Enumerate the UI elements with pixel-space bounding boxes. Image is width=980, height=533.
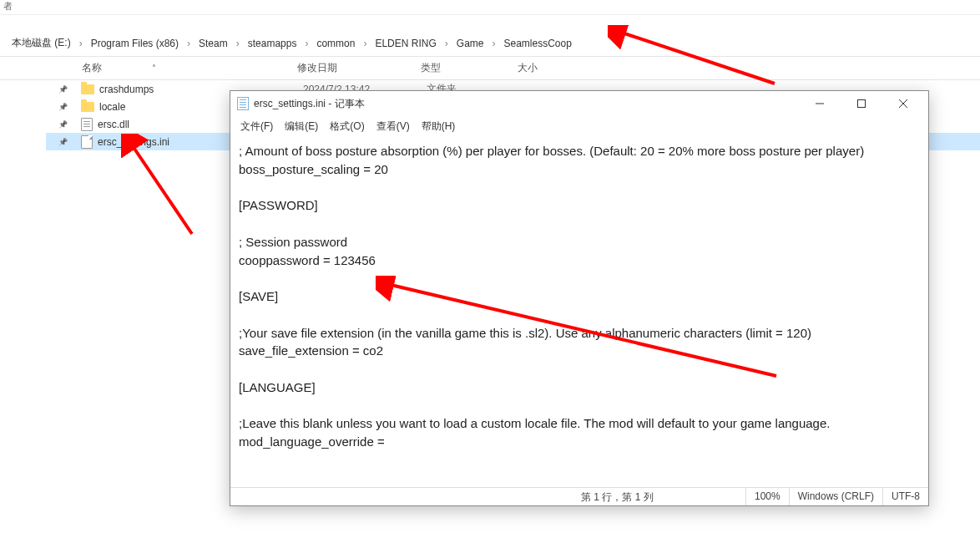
header-name[interactable]: 名称˄ xyxy=(75,58,290,79)
pin-icon[interactable]: 📌 xyxy=(46,138,79,146)
header-size[interactable]: 大小 xyxy=(511,58,611,79)
breadcrumb-segment[interactable]: common xyxy=(313,36,358,51)
breadcrumb-segment[interactable]: SeamlessCoop xyxy=(500,36,574,51)
breadcrumb-segment[interactable]: ELDEN RING xyxy=(371,36,439,51)
breadcrumb-segment[interactable]: 本地磁盘 (E:) xyxy=(8,34,74,52)
close-button[interactable] xyxy=(885,92,922,115)
notepad-textarea[interactable]: ; Amount of boss posture absorption (%) … xyxy=(230,137,928,487)
status-encoding: UTF-8 xyxy=(882,488,928,505)
file-name-text: ersc_settings.ini xyxy=(98,136,169,148)
file-name-text: locale xyxy=(99,101,125,113)
dll-icon xyxy=(81,118,93,131)
pin-icon[interactable]: 📌 xyxy=(46,120,79,129)
notepad-statusbar: 第 1 行，第 1 列 100% Windows (CRLF) UTF-8 xyxy=(230,487,928,505)
chevron-right-icon: › xyxy=(360,38,370,49)
breadcrumb-segment[interactable]: Program Files (x86) xyxy=(88,36,182,51)
status-zoom: 100% xyxy=(745,488,789,505)
notepad-icon xyxy=(237,97,249,110)
header-date[interactable]: 修改日期 xyxy=(290,58,414,79)
chevron-right-icon: › xyxy=(488,38,498,49)
file-name-text: crashdumps xyxy=(99,84,154,95)
svg-rect-1 xyxy=(858,100,866,108)
status-eol: Windows (CRLF) xyxy=(789,488,882,505)
chevron-right-icon: › xyxy=(233,38,243,49)
status-position: 第 1 行，第 1 列 xyxy=(230,488,745,505)
notepad-menubar: 文件(F)编辑(E)格式(O)查看(V)帮助(H) xyxy=(230,116,928,137)
menu-item[interactable]: 格式(O) xyxy=(325,118,369,135)
breadcrumb-segment[interactable]: steamapps xyxy=(245,36,301,51)
pin-icon[interactable]: 📌 xyxy=(46,85,79,94)
chevron-right-icon: › xyxy=(442,38,452,49)
file-name-text: ersc.dll xyxy=(98,119,129,130)
notepad-title-text: ersc_settings.ini - 记事本 xyxy=(254,97,796,111)
menu-item[interactable]: 编辑(E) xyxy=(280,118,323,135)
breadcrumb: 本地磁盘 (E:)›Program Files (x86)›Steam›stea… xyxy=(0,30,980,57)
sort-indicator-icon: ˄ xyxy=(152,63,156,73)
menu-item[interactable]: 文件(F) xyxy=(235,118,278,135)
header-type[interactable]: 类型 xyxy=(414,58,511,79)
maximize-button[interactable] xyxy=(843,92,880,115)
menu-item[interactable]: 帮助(H) xyxy=(417,118,461,135)
minimize-button[interactable] xyxy=(801,92,838,115)
column-headers: 名称˄ 修改日期 类型 大小 xyxy=(0,57,980,80)
ini-icon xyxy=(81,135,93,149)
menu-item[interactable]: 查看(V) xyxy=(371,118,415,135)
pin-icon[interactable]: 📌 xyxy=(46,103,79,111)
chevron-right-icon: › xyxy=(76,38,86,49)
window-title-fragment: 者 xyxy=(0,0,980,15)
chevron-right-icon: › xyxy=(301,38,311,49)
notepad-window: ersc_settings.ini - 记事本 文件(F)编辑(E)格式(O)查… xyxy=(230,90,929,506)
breadcrumb-segment[interactable]: Steam xyxy=(195,36,231,51)
breadcrumb-segment[interactable]: Game xyxy=(453,36,487,51)
folder-icon xyxy=(81,84,94,94)
notepad-titlebar[interactable]: ersc_settings.ini - 记事本 xyxy=(230,91,928,116)
chevron-right-icon: › xyxy=(184,38,194,49)
folder-icon xyxy=(81,102,94,112)
